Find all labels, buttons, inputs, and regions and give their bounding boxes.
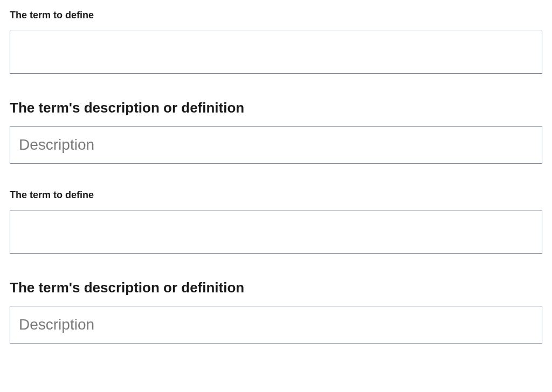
description-group-1: The term's description or definition — [10, 279, 542, 344]
term-input[interactable] — [10, 211, 542, 254]
description-group-0: The term's description or definition — [10, 100, 542, 164]
term-input[interactable] — [10, 31, 542, 74]
description-label: The term's description or definition — [10, 100, 542, 116]
description-label: The term's description or definition — [10, 279, 542, 296]
term-label: The term to define — [10, 190, 542, 201]
description-input[interactable] — [10, 126, 542, 164]
term-label: The term to define — [10, 10, 542, 21]
term-group-0: The term to define — [10, 10, 542, 74]
term-group-1: The term to define — [10, 190, 542, 254]
description-input[interactable] — [10, 306, 542, 344]
